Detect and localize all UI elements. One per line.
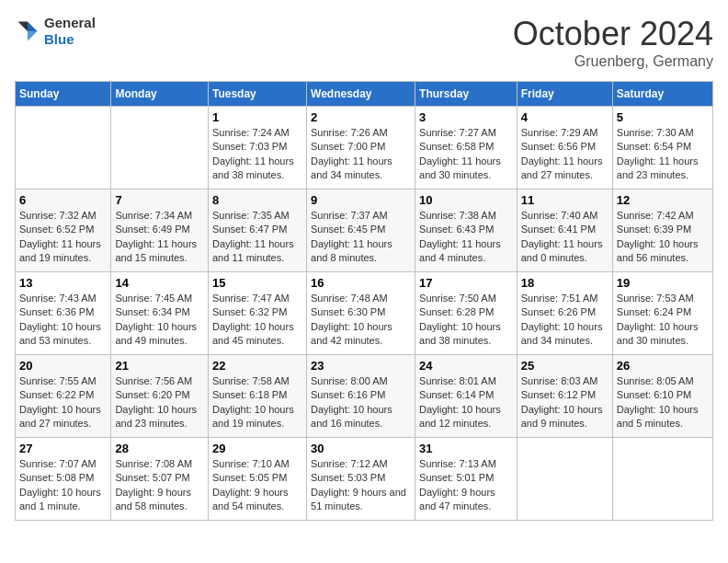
calendar-cell: 28Sunrise: 7:08 AM Sunset: 5:07 PM Dayli… [111, 438, 209, 521]
weekday-header: Sunday [16, 82, 111, 107]
weekday-header: Wednesday [307, 82, 415, 107]
day-info: Sunrise: 7:43 AM Sunset: 6:36 PM Dayligh… [19, 292, 107, 349]
calendar-cell: 4Sunrise: 7:29 AM Sunset: 6:56 PM Daylig… [517, 107, 612, 190]
calendar-table: SundayMondayTuesdayWednesdayThursdayFrid… [15, 81, 713, 521]
calendar-week-row: 1Sunrise: 7:24 AM Sunset: 7:03 PM Daylig… [16, 107, 713, 190]
day-info: Sunrise: 7:51 AM Sunset: 6:26 PM Dayligh… [521, 292, 609, 349]
calendar-cell [111, 107, 209, 190]
weekday-header: Tuesday [208, 82, 306, 107]
weekday-header: Saturday [612, 82, 712, 107]
day-number: 11 [521, 193, 609, 207]
calendar-cell: 3Sunrise: 7:27 AM Sunset: 6:58 PM Daylig… [415, 107, 518, 190]
day-info: Sunrise: 7:45 AM Sunset: 6:34 PM Dayligh… [115, 292, 204, 349]
day-info: Sunrise: 7:55 AM Sunset: 6:22 PM Dayligh… [19, 374, 107, 431]
day-info: Sunrise: 7:34 AM Sunset: 6:49 PM Dayligh… [115, 209, 204, 266]
calendar-cell: 18Sunrise: 7:51 AM Sunset: 6:26 PM Dayli… [517, 272, 612, 355]
day-number: 10 [419, 193, 513, 207]
calendar-cell: 31Sunrise: 7:13 AM Sunset: 5:01 PM Dayli… [415, 438, 518, 521]
svg-marker-1 [28, 31, 38, 41]
day-number: 17 [419, 276, 513, 290]
calendar-week-row: 6Sunrise: 7:32 AM Sunset: 6:52 PM Daylig… [16, 190, 713, 272]
calendar-cell: 30Sunrise: 7:12 AM Sunset: 5:03 PM Dayli… [307, 438, 415, 521]
day-info: Sunrise: 7:32 AM Sunset: 6:52 PM Dayligh… [19, 209, 107, 266]
day-info: Sunrise: 7:13 AM Sunset: 5:01 PM Dayligh… [419, 457, 513, 514]
day-info: Sunrise: 7:24 AM Sunset: 7:03 PM Dayligh… [212, 126, 302, 183]
day-number: 28 [115, 442, 204, 455]
day-number: 9 [311, 193, 411, 207]
logo-icon [15, 18, 40, 44]
day-number: 26 [617, 359, 709, 373]
day-number: 4 [521, 110, 609, 124]
day-info: Sunrise: 7:26 AM Sunset: 7:00 PM Dayligh… [311, 126, 411, 183]
day-info: Sunrise: 8:00 AM Sunset: 6:16 PM Dayligh… [311, 374, 411, 431]
calendar-cell: 22Sunrise: 7:58 AM Sunset: 6:18 PM Dayli… [208, 355, 306, 438]
day-number: 18 [521, 276, 609, 290]
day-number: 23 [311, 359, 411, 373]
svg-marker-2 [18, 22, 28, 32]
day-info: Sunrise: 8:01 AM Sunset: 6:14 PM Dayligh… [419, 374, 513, 431]
day-number: 22 [212, 359, 302, 373]
day-number: 27 [19, 442, 107, 455]
day-number: 3 [419, 110, 513, 124]
calendar-cell: 19Sunrise: 7:53 AM Sunset: 6:24 PM Dayli… [612, 272, 712, 355]
day-info: Sunrise: 7:37 AM Sunset: 6:45 PM Dayligh… [311, 209, 411, 266]
calendar-cell: 27Sunrise: 7:07 AM Sunset: 5:08 PM Dayli… [16, 438, 111, 521]
day-info: Sunrise: 7:35 AM Sunset: 6:47 PM Dayligh… [212, 209, 302, 266]
weekday-header: Monday [111, 82, 209, 107]
month-title: October 2024 [513, 15, 713, 53]
day-number: 20 [19, 359, 107, 373]
day-number: 14 [115, 276, 204, 290]
day-number: 24 [419, 359, 513, 373]
day-info: Sunrise: 8:03 AM Sunset: 6:12 PM Dayligh… [521, 374, 609, 431]
day-number: 6 [19, 193, 107, 207]
day-number: 7 [115, 193, 204, 207]
day-info: Sunrise: 7:10 AM Sunset: 5:05 PM Dayligh… [212, 457, 302, 514]
title-block: October 2024 Gruenberg, Germany [513, 15, 713, 70]
calendar-cell: 12Sunrise: 7:42 AM Sunset: 6:39 PM Dayli… [612, 190, 712, 272]
calendar-cell [612, 438, 712, 521]
day-info: Sunrise: 7:40 AM Sunset: 6:41 PM Dayligh… [521, 209, 609, 266]
calendar-cell [517, 438, 612, 521]
day-number: 12 [617, 193, 709, 207]
day-number: 5 [617, 110, 709, 124]
day-number: 16 [311, 276, 411, 290]
calendar-cell: 8Sunrise: 7:35 AM Sunset: 6:47 PM Daylig… [208, 190, 306, 272]
day-info: Sunrise: 7:48 AM Sunset: 6:30 PM Dayligh… [311, 292, 411, 349]
calendar-cell: 24Sunrise: 8:01 AM Sunset: 6:14 PM Dayli… [415, 355, 518, 438]
day-info: Sunrise: 7:38 AM Sunset: 6:43 PM Dayligh… [419, 209, 513, 266]
calendar-cell: 23Sunrise: 8:00 AM Sunset: 6:16 PM Dayli… [307, 355, 415, 438]
location: Gruenberg, Germany [513, 53, 713, 70]
calendar-cell: 15Sunrise: 7:47 AM Sunset: 6:32 PM Dayli… [208, 272, 306, 355]
svg-marker-0 [28, 22, 38, 32]
day-number: 21 [115, 359, 204, 373]
calendar-cell: 1Sunrise: 7:24 AM Sunset: 7:03 PM Daylig… [208, 107, 306, 190]
day-number: 8 [212, 193, 302, 207]
logo-text: General Blue [44, 15, 96, 48]
calendar-week-row: 20Sunrise: 7:55 AM Sunset: 6:22 PM Dayli… [16, 355, 713, 438]
day-info: Sunrise: 7:08 AM Sunset: 5:07 PM Dayligh… [115, 457, 204, 514]
calendar-cell: 6Sunrise: 7:32 AM Sunset: 6:52 PM Daylig… [16, 190, 111, 272]
calendar-week-row: 27Sunrise: 7:07 AM Sunset: 5:08 PM Dayli… [16, 438, 713, 521]
day-info: Sunrise: 7:27 AM Sunset: 6:58 PM Dayligh… [419, 126, 513, 183]
calendar-cell: 26Sunrise: 8:05 AM Sunset: 6:10 PM Dayli… [612, 355, 712, 438]
day-number: 1 [212, 110, 302, 124]
calendar-cell: 11Sunrise: 7:40 AM Sunset: 6:41 PM Dayli… [517, 190, 612, 272]
calendar-cell [16, 107, 111, 190]
calendar-cell: 5Sunrise: 7:30 AM Sunset: 6:54 PM Daylig… [612, 107, 712, 190]
day-info: Sunrise: 7:07 AM Sunset: 5:08 PM Dayligh… [19, 457, 107, 514]
calendar-week-row: 13Sunrise: 7:43 AM Sunset: 6:36 PM Dayli… [16, 272, 713, 355]
day-info: Sunrise: 7:30 AM Sunset: 6:54 PM Dayligh… [617, 126, 709, 183]
day-info: Sunrise: 7:47 AM Sunset: 6:32 PM Dayligh… [212, 292, 302, 349]
weekday-header-row: SundayMondayTuesdayWednesdayThursdayFrid… [16, 82, 713, 107]
calendar-cell: 13Sunrise: 7:43 AM Sunset: 6:36 PM Dayli… [16, 272, 111, 355]
weekday-header: Thursday [415, 82, 518, 107]
day-number: 29 [212, 442, 302, 455]
page-header: General Blue October 2024 Gruenberg, Ger… [15, 15, 713, 70]
day-info: Sunrise: 7:53 AM Sunset: 6:24 PM Dayligh… [617, 292, 709, 349]
weekday-header: Friday [517, 82, 612, 107]
calendar-cell: 2Sunrise: 7:26 AM Sunset: 7:00 PM Daylig… [307, 107, 415, 190]
day-number: 31 [419, 442, 513, 455]
calendar-cell: 29Sunrise: 7:10 AM Sunset: 5:05 PM Dayli… [208, 438, 306, 521]
day-number: 19 [617, 276, 709, 290]
day-info: Sunrise: 7:56 AM Sunset: 6:20 PM Dayligh… [115, 374, 204, 431]
